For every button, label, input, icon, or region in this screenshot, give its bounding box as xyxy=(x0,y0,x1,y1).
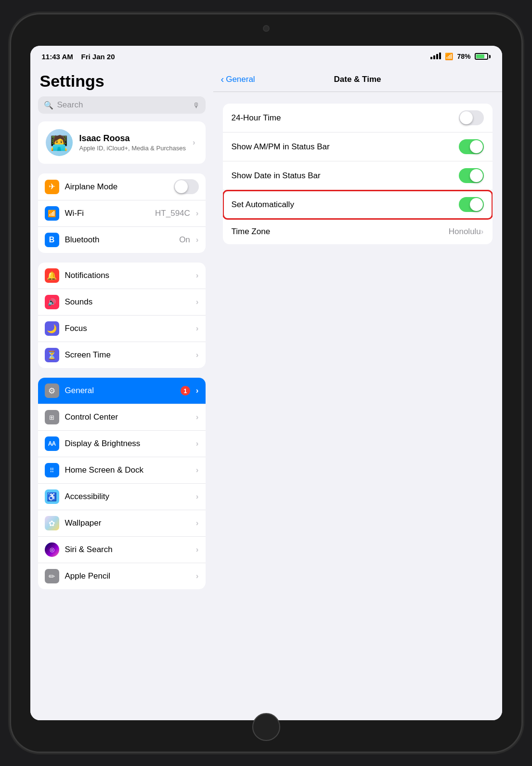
nav-title: Date & Time xyxy=(334,75,381,84)
search-placeholder: Search xyxy=(57,100,189,110)
focus-chevron: › xyxy=(196,324,199,333)
bluetooth-icon: B xyxy=(45,233,59,247)
pencil-label: Apple Pencil xyxy=(65,571,190,581)
sidebar-item-airplane[interactable]: ✈ Airplane Mode xyxy=(38,173,206,200)
screen: 11:43 AM Fri Jan 20 📶 78% xyxy=(30,46,502,720)
avatar: 🧑‍💻 xyxy=(46,129,73,156)
status-right-icons: 📶 78% xyxy=(430,53,490,61)
screentime-icon: ⏳ xyxy=(45,348,59,362)
showdate-toggle[interactable] xyxy=(459,168,484,183)
sidebar-item-general[interactable]: ⚙ General 1 › xyxy=(38,378,206,404)
signal-icon xyxy=(430,53,441,61)
status-bar: 11:43 AM Fri Jan 20 📶 78% xyxy=(30,46,502,67)
sounds-chevron: › xyxy=(196,297,199,307)
wallpaper-icon: ✿ xyxy=(45,516,59,530)
screentime-label: Screen Time xyxy=(65,350,190,360)
sidebar-item-siri[interactable]: ◎ Siri & Search › xyxy=(38,537,206,563)
wifi-label: Wi-Fi xyxy=(65,209,150,218)
showdate-label: Show Date in Status Bar xyxy=(232,171,459,181)
notifications-chevron: › xyxy=(196,271,199,280)
general-badge: 1 xyxy=(181,386,190,396)
microphone-icon: 🎙 xyxy=(193,101,200,109)
right-panel: ‹ General Date & Time 24-Hour Time xyxy=(213,67,502,720)
controlcenter-chevron: › xyxy=(196,412,199,422)
focus-icon: 🌙 xyxy=(45,321,59,336)
sidebar-item-pencil[interactable]: ✏ Apple Pencil › xyxy=(38,563,206,589)
wallpaper-label: Wallpaper xyxy=(65,518,190,528)
search-bar[interactable]: 🔍 Search 🎙 xyxy=(38,96,206,114)
24hour-toggle[interactable] xyxy=(459,110,484,125)
accessibility-icon: ♿ xyxy=(45,489,59,504)
sidebar-item-screentime[interactable]: ⏳ Screen Time › xyxy=(38,342,206,368)
battery-icon xyxy=(475,53,491,60)
airplane-label: Airplane Mode xyxy=(65,182,168,192)
back-chevron-icon: ‹ xyxy=(221,74,224,85)
connectivity-group: ✈ Airplane Mode 📶 Wi-Fi HT_594C › B Blue… xyxy=(38,173,206,253)
notifications-label: Notifications xyxy=(65,271,190,280)
wifi-chevron: › xyxy=(196,209,199,218)
homescreen-chevron: › xyxy=(196,465,199,475)
sidebar-item-display[interactable]: AA Display & Brightness › xyxy=(38,431,206,457)
sidebar-item-focus[interactable]: 🌙 Focus › xyxy=(38,316,206,342)
system-group: ⚙ General 1 › ⊞ Control Center › AA Disp… xyxy=(38,378,206,589)
siri-icon: ◎ xyxy=(45,542,59,557)
setauto-toggle[interactable] xyxy=(459,197,484,212)
status-time-date: 11:43 AM Fri Jan 20 xyxy=(42,53,115,61)
showampm-toggle[interactable] xyxy=(459,139,484,154)
back-label: General xyxy=(226,75,255,84)
sidebar-item-accessibility[interactable]: ♿ Accessibility › xyxy=(38,484,206,510)
detail-item-setauto[interactable]: Set Automatically xyxy=(223,190,493,219)
wifi-value: HT_594C xyxy=(155,209,190,218)
pencil-chevron: › xyxy=(196,571,199,581)
front-camera xyxy=(263,25,270,32)
airplane-icon: ✈ xyxy=(45,180,59,194)
detail-item-24hour[interactable]: 24-Hour Time xyxy=(223,104,493,132)
profile-card[interactable]: 🧑‍💻 Isaac Roosa Apple ID, iCloud+, Media… xyxy=(38,121,206,164)
timezone-label: Time Zone xyxy=(232,227,449,237)
siri-label: Siri & Search xyxy=(65,545,190,555)
general-icon: ⚙ xyxy=(45,383,59,398)
controlcenter-label: Control Center xyxy=(65,412,190,422)
ipad-device: 11:43 AM Fri Jan 20 📶 78% xyxy=(11,14,521,752)
sidebar-item-bluetooth[interactable]: B Bluetooth On › xyxy=(38,227,206,253)
notifications-icon: 🔔 xyxy=(45,268,59,283)
datetime-group: 24-Hour Time Show AM/PM in Status Bar Sh… xyxy=(223,104,493,244)
battery-text: 78% xyxy=(457,53,470,60)
showampm-label: Show AM/PM in Status Bar xyxy=(232,142,459,152)
sidebar-item-controlcenter[interactable]: ⊞ Control Center › xyxy=(38,404,206,431)
screentime-chevron: › xyxy=(196,350,199,360)
detail-item-showampm[interactable]: Show AM/PM in Status Bar xyxy=(223,132,493,161)
sidebar-item-wifi[interactable]: 📶 Wi-Fi HT_594C › xyxy=(38,200,206,227)
sidebar-item-wallpaper[interactable]: ✿ Wallpaper › xyxy=(38,510,206,537)
timezone-value: Honolulu xyxy=(449,227,481,237)
sounds-icon: 🔊 xyxy=(45,295,59,309)
airplane-toggle[interactable] xyxy=(174,179,199,194)
bluetooth-chevron: › xyxy=(196,235,199,245)
pencil-icon: ✏ xyxy=(45,569,59,583)
homescreen-label: Home Screen & Dock xyxy=(65,465,190,475)
general-chevron: › xyxy=(196,386,199,396)
wifi-icon: 📶 xyxy=(445,53,453,60)
back-button[interactable]: ‹ General xyxy=(221,74,255,85)
home-button[interactable] xyxy=(252,713,280,741)
detail-content: 24-Hour Time Show AM/PM in Status Bar Sh… xyxy=(213,92,502,720)
homescreen-icon: ⠿ xyxy=(45,463,59,477)
sidebar-item-homescreen[interactable]: ⠿ Home Screen & Dock › xyxy=(38,457,206,484)
detail-item-timezone[interactable]: Time Zone Honolulu › xyxy=(223,219,493,244)
display-chevron: › xyxy=(196,439,199,449)
timezone-chevron: › xyxy=(481,227,484,237)
search-icon: 🔍 xyxy=(44,101,53,110)
24hour-label: 24-Hour Time xyxy=(232,113,459,123)
bluetooth-label: Bluetooth xyxy=(65,235,174,245)
display-icon: AA xyxy=(45,436,59,451)
alerts-group: 🔔 Notifications › 🔊 Sounds › 🌙 Focus › xyxy=(38,263,206,368)
status-time: 11:43 AM xyxy=(42,53,73,61)
sidebar-item-notifications[interactable]: 🔔 Notifications › xyxy=(38,263,206,289)
accessibility-label: Accessibility xyxy=(65,492,190,502)
sidebar: Settings 🔍 Search 🎙 🧑‍💻 Isaac Roosa Appl… xyxy=(30,67,213,720)
nav-bar: ‹ General Date & Time xyxy=(213,67,502,92)
display-label: Display & Brightness xyxy=(65,439,190,449)
sidebar-item-sounds[interactable]: 🔊 Sounds › xyxy=(38,289,206,316)
sounds-label: Sounds xyxy=(65,297,190,307)
detail-item-showdate[interactable]: Show Date in Status Bar xyxy=(223,161,493,190)
